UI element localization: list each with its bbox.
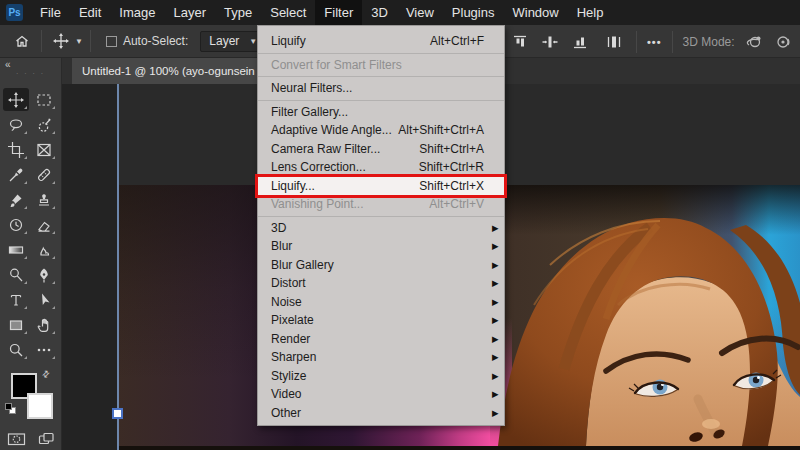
shape-tool[interactable] xyxy=(3,313,29,336)
menu-3d[interactable]: 3D xyxy=(362,0,397,25)
type-tool[interactable] xyxy=(3,288,29,311)
filter-menu-render[interactable]: Render ▶ xyxy=(258,330,504,349)
align-bottom-icon[interactable] xyxy=(568,30,592,54)
align-top-icon[interactable] xyxy=(508,30,532,54)
layer-dropdown-value: Layer xyxy=(209,34,239,48)
move-tool[interactable] xyxy=(3,88,29,111)
separator xyxy=(636,31,637,53)
menu-window[interactable]: Window xyxy=(503,0,567,25)
submenu-arrow-icon: ▶ xyxy=(492,223,504,233)
menubar: FileEditImageLayerTypeSelectFilter3DView… xyxy=(31,0,612,25)
filter-menu-convert-smart-filters[interactable]: Convert for Smart Filters xyxy=(258,56,504,75)
brush-tool[interactable] xyxy=(3,188,29,211)
zoom-tool[interactable] xyxy=(3,338,29,361)
menu-view[interactable]: View xyxy=(397,0,443,25)
menu-edit[interactable]: Edit xyxy=(70,0,110,25)
pen-tool[interactable] xyxy=(31,263,57,286)
filter-menu-distort[interactable]: Distort ▶ xyxy=(258,274,504,293)
guide-handle[interactable] xyxy=(112,408,123,419)
roll-3d-icon[interactable] xyxy=(771,30,795,54)
distribute-horizontal-icon[interactable] xyxy=(538,30,562,54)
filter-menu-adaptive-wide-angle[interactable]: Adaptive Wide Angle... Alt+Shift+Ctrl+A xyxy=(258,121,504,140)
filter-menu-lens-correction[interactable]: Lens Correction... Shift+Ctrl+R xyxy=(258,158,504,177)
more-options-icon[interactable]: ••• xyxy=(647,36,662,48)
submenu-arrow-icon: ▶ xyxy=(492,352,504,362)
lasso-tool[interactable] xyxy=(3,113,29,136)
path-selection-tool[interactable] xyxy=(31,288,57,311)
menu-separator xyxy=(258,214,504,219)
menu-layer[interactable]: Layer xyxy=(165,0,216,25)
menu-separator xyxy=(258,98,504,103)
color-swatches: ⇄ xyxy=(0,369,62,425)
hand-tool[interactable] xyxy=(31,313,57,336)
filter-menu-noise[interactable]: Noise ▶ xyxy=(258,293,504,312)
filter-menu-blur-gallery[interactable]: Blur Gallery ▶ xyxy=(258,256,504,275)
title-bar: Ps FileEditImageLayerTypeSelectFilter3DV… xyxy=(0,0,800,25)
menu-help[interactable]: Help xyxy=(568,0,613,25)
filter-menu-neural-filters[interactable]: Neural Filters... xyxy=(258,79,504,98)
submenu-arrow-icon: ▶ xyxy=(492,297,504,307)
tools-panel: « · · · · ⇄ xyxy=(0,58,62,450)
chevron-down-icon[interactable]: ▼ xyxy=(75,37,83,46)
toolbar-bottom xyxy=(0,431,61,450)
menu-separator xyxy=(258,51,504,56)
filter-menu-pixelate[interactable]: Pixelate ▶ xyxy=(258,311,504,330)
smudge-tool[interactable] xyxy=(31,238,57,261)
photoshop-logo-icon: Ps xyxy=(6,4,23,21)
submenu-arrow-icon: ▶ xyxy=(492,241,504,251)
eyedropper-tool[interactable] xyxy=(3,163,29,186)
quick-selection-tool[interactable] xyxy=(31,113,57,136)
swap-colors-icon[interactable]: ⇄ xyxy=(40,368,52,380)
document-tab[interactable]: Untitled-1 @ 100% (ayo-ogunsein xyxy=(72,58,257,84)
crop-tool[interactable] xyxy=(3,138,29,161)
filter-menu-liquify-repeat[interactable]: Liquify Alt+Ctrl+F xyxy=(258,32,504,51)
menu-separator xyxy=(258,74,504,79)
menu-image[interactable]: Image xyxy=(110,0,164,25)
collapse-panel-icon[interactable]: « xyxy=(0,58,61,70)
panel-grip-icon[interactable]: · · · · xyxy=(0,70,61,82)
screen-mode-button[interactable] xyxy=(38,431,55,450)
menu-type[interactable]: Type xyxy=(215,0,261,25)
filter-menu-other[interactable]: Other ▶ xyxy=(258,404,504,423)
filter-menu-stylize[interactable]: Stylize ▶ xyxy=(258,367,504,386)
submenu-arrow-icon: ▶ xyxy=(492,371,504,381)
filter-menu-camera-raw-filter[interactable]: Camera Raw Filter... Shift+Ctrl+A xyxy=(258,140,504,159)
filter-dropdown-menu: Liquify Alt+Ctrl+F Convert for Smart Fil… xyxy=(257,25,505,426)
menu-filter[interactable]: Filter xyxy=(315,0,362,25)
filter-menu-liquify[interactable]: Liquify... Shift+Ctrl+X xyxy=(258,177,504,196)
move-tool-icon[interactable] xyxy=(49,29,73,53)
filter-menu-3d[interactable]: 3D ▶ xyxy=(258,219,504,238)
background-color-swatch[interactable] xyxy=(27,393,53,419)
photoshop-window: Ps FileEditImageLayerTypeSelectFilter3DV… xyxy=(0,0,800,450)
distribute-center-icon[interactable] xyxy=(602,30,626,54)
submenu-arrow-icon: ▶ xyxy=(492,408,504,418)
filter-menu-vanishing-point[interactable]: Vanishing Point... Alt+Ctrl+V xyxy=(258,195,504,214)
menu-plugins[interactable]: Plugins xyxy=(443,0,504,25)
separator xyxy=(90,30,91,52)
default-colors-icon[interactable] xyxy=(5,403,16,414)
canvas-guide-line[interactable] xyxy=(117,84,119,450)
marquee-tool[interactable] xyxy=(31,88,57,111)
menu-file[interactable]: File xyxy=(31,0,70,25)
filter-menu-blur[interactable]: Blur ▶ xyxy=(258,237,504,256)
menu-select[interactable]: Select xyxy=(261,0,315,25)
orbit-3d-icon[interactable] xyxy=(743,30,767,54)
filter-menu-video[interactable]: Video ▶ xyxy=(258,385,504,404)
filter-menu-filter-gallery[interactable]: Filter Gallery... xyxy=(258,103,504,122)
options-bar-right: ••• 3D Mode: xyxy=(508,25,795,58)
eraser-tool[interactable] xyxy=(31,213,57,236)
separator xyxy=(41,30,42,52)
history-brush-tool[interactable] xyxy=(3,213,29,236)
auto-select-checkbox[interactable] xyxy=(106,36,117,47)
healing-brush-tool[interactable] xyxy=(31,163,57,186)
dodge-tool[interactable] xyxy=(3,263,29,286)
quick-mask-mode-button[interactable] xyxy=(7,431,26,450)
filter-menu-sharpen[interactable]: Sharpen ▶ xyxy=(258,348,504,367)
gradient-tool[interactable] xyxy=(3,238,29,261)
home-icon[interactable] xyxy=(10,29,34,53)
clone-stamp-tool[interactable] xyxy=(31,188,57,211)
frame-tool[interactable] xyxy=(31,138,57,161)
edit-toolbar[interactable] xyxy=(31,338,57,361)
tools-grid xyxy=(0,88,61,363)
submenu-arrow-icon: ▶ xyxy=(492,315,504,325)
